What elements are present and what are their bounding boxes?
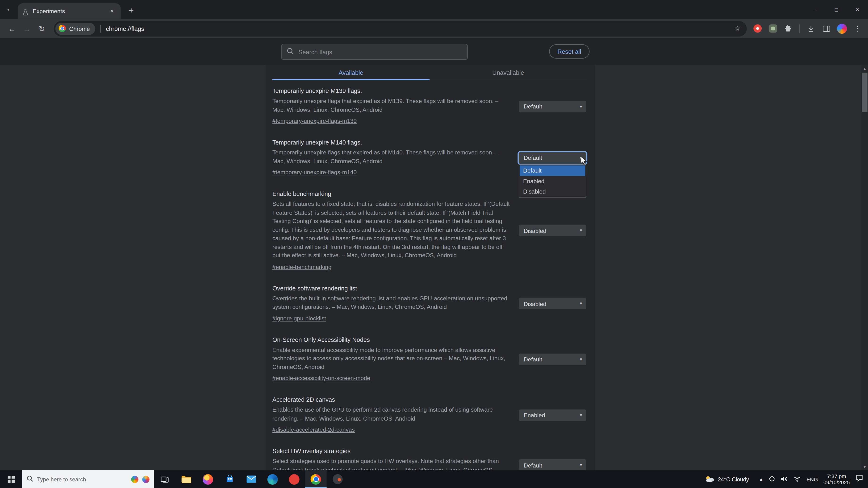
flag-row: On-Screen Only Accessibility Nodes Enabl…	[272, 336, 587, 382]
dropdown-option-disabled[interactable]: Disabled	[520, 186, 585, 197]
profile-avatar[interactable]	[836, 22, 848, 35]
flag-description: Temporarily unexpire flags that expired …	[272, 97, 512, 114]
flag-row: Select HW overlay strategies Select stra…	[272, 448, 587, 470]
flag-select-value: Default	[524, 103, 542, 110]
browser-tab[interactable]: Experiments ×	[18, 3, 121, 19]
flag-value-select[interactable]: Disabled ▼	[519, 225, 586, 236]
taskbar: Type here to search 24°C Cloudy	[0, 470, 868, 488]
dropdown-option-default[interactable]: Default	[520, 165, 585, 176]
flag-row: Enable benchmarking Sets all features to…	[272, 190, 587, 271]
back-icon[interactable]: ←	[4, 21, 19, 36]
reset-all-button[interactable]: Reset all	[549, 44, 589, 59]
tab-close-icon[interactable]: ×	[108, 7, 116, 15]
action-center-icon[interactable]	[855, 474, 864, 484]
select-dropdown-menu: Default Enabled Disabled	[519, 164, 586, 198]
screen: ▾ Experiments × + – □ × ← → ↻ Chrome chr…	[0, 0, 868, 488]
network-icon[interactable]	[793, 474, 801, 484]
language-indicator[interactable]: ENG	[806, 476, 818, 482]
volume-icon[interactable]	[780, 474, 788, 484]
toolbar-separator	[799, 24, 800, 33]
flags-header: Reset all	[0, 38, 868, 65]
taskbar-search[interactable]: Type here to search	[22, 470, 154, 488]
mail-icon[interactable]	[240, 470, 262, 488]
side-panel-icon[interactable]	[820, 22, 833, 35]
extension-badge-green-icon[interactable]	[767, 22, 779, 35]
flags-searchbox[interactable]	[281, 44, 468, 60]
file-explorer-icon[interactable]	[176, 470, 197, 488]
firefox-icon[interactable]	[197, 470, 219, 488]
minimize-button[interactable]: –	[805, 0, 826, 19]
menu-kebab-icon[interactable]: ⋮	[851, 22, 864, 35]
flag-description: Select strategies used to promote quads …	[272, 457, 512, 470]
flag-permalink[interactable]: #temporary-unexpire-flags-m139	[272, 118, 357, 124]
system-tray: 24°C Cloudy ▲ ENG 7:37 pm 09/10/2025	[705, 470, 868, 488]
flag-description: Overrides the built-in software renderin…	[272, 294, 512, 311]
flag-title: Select HW overlay strategies	[272, 448, 512, 454]
chrome-taskbar-icon[interactable]	[305, 470, 327, 488]
flag-permalink[interactable]: #temporary-unexpire-flags-m140	[272, 169, 357, 175]
scrollbar-thumb[interactable]	[862, 73, 867, 112]
flag-description: Enables the use of the GPU to perform 2d…	[272, 405, 512, 423]
new-tab-button[interactable]: +	[125, 3, 138, 17]
hidden-icons-chevron-icon[interactable]: ▲	[759, 477, 764, 482]
flag-permalink[interactable]: #disable-accelerated-2d-canvas	[272, 426, 355, 432]
address-bar[interactable]: Chrome chrome://flags ☆	[54, 21, 747, 36]
flag-value-select[interactable]: Default ▼	[519, 459, 586, 470]
chrome-logo-icon	[59, 25, 66, 32]
recorder-app-icon[interactable]	[327, 470, 348, 488]
search-highlight-icon[interactable]	[131, 476, 138, 483]
extension-badge-red-icon[interactable]	[751, 22, 764, 35]
flag-description: Temporarily unexpire flags that expired …	[272, 148, 512, 165]
clock-time: 7:37 pm	[824, 473, 850, 479]
downloads-icon[interactable]	[805, 22, 817, 35]
forward-icon[interactable]: →	[19, 21, 34, 36]
flag-permalink[interactable]: #enable-benchmarking	[272, 263, 332, 270]
flag-select-value: Disabled	[524, 227, 546, 234]
flag-value-select[interactable]: Default ▼	[519, 353, 586, 365]
flag-value-select[interactable]: Default ▼	[519, 100, 586, 112]
edge-icon[interactable]	[262, 470, 283, 488]
chevron-down-icon: ▼	[579, 156, 583, 160]
flag-permalink[interactable]: #enable-accessibility-on-screen-mode	[272, 375, 370, 381]
tab-available[interactable]: Available	[272, 65, 430, 80]
close-button[interactable]: ×	[847, 0, 868, 19]
flag-select-value: Enabled	[524, 412, 545, 418]
flag-title: On-Screen Only Accessibility Nodes	[272, 336, 512, 343]
microsoft-store-icon[interactable]	[219, 470, 240, 488]
extensions-puzzle-icon[interactable]	[782, 22, 795, 35]
flag-value-select-open[interactable]: Default ▼ Default Enabled Disabled	[519, 152, 586, 163]
task-view-icon[interactable]	[154, 470, 176, 488]
flag-description: Enable experimental accessibility mode t…	[272, 346, 512, 371]
search-flags-input[interactable]	[299, 48, 462, 55]
cortana-icon[interactable]	[142, 476, 150, 483]
flag-permalink[interactable]: #ignore-gpu-blocklist	[272, 315, 326, 321]
maximize-button[interactable]: □	[826, 0, 847, 19]
flag-value-select[interactable]: Disabled ▼	[519, 298, 586, 309]
scroll-up-icon[interactable]: ▲	[861, 65, 868, 72]
bookmark-star-icon[interactable]: ☆	[734, 24, 741, 33]
flag-title: Override software rendering list	[272, 285, 512, 291]
flag-value-select[interactable]: Enabled ▼	[519, 409, 586, 421]
red-app-icon[interactable]	[283, 470, 305, 488]
tab-unavailable[interactable]: Unavailable	[430, 65, 587, 80]
scroll-down-icon[interactable]: ▼	[861, 463, 868, 470]
flag-description: Sets all features to a fixed state; that…	[272, 200, 512, 260]
reload-icon[interactable]: ↻	[34, 21, 49, 36]
tray-app-icon[interactable]	[769, 474, 775, 484]
flags-page: Reset all Available Unavailable Temporar…	[0, 38, 868, 470]
flag-select-value: Default	[524, 154, 542, 161]
dropdown-option-enabled[interactable]: Enabled	[520, 176, 585, 186]
flags-tabs: Available Unavailable	[272, 65, 587, 80]
taskbar-clock[interactable]: 7:37 pm 09/10/2025	[824, 473, 850, 485]
clock-date: 09/10/2025	[824, 479, 850, 485]
page-scrollbar[interactable]: ▲ ▼	[861, 65, 868, 470]
chevron-down-icon: ▼	[579, 301, 583, 305]
start-button[interactable]	[0, 470, 22, 488]
weather-widget[interactable]: 24°C Cloudy	[705, 475, 749, 483]
tab-list-chevron-icon[interactable]: ▾	[4, 5, 13, 14]
flag-title: Enable benchmarking	[272, 190, 512, 197]
chip-label: Chrome	[69, 25, 90, 32]
taskbar-search-icon	[27, 474, 33, 484]
site-info-chip[interactable]: Chrome	[55, 22, 96, 35]
chevron-down-icon: ▼	[579, 357, 583, 361]
